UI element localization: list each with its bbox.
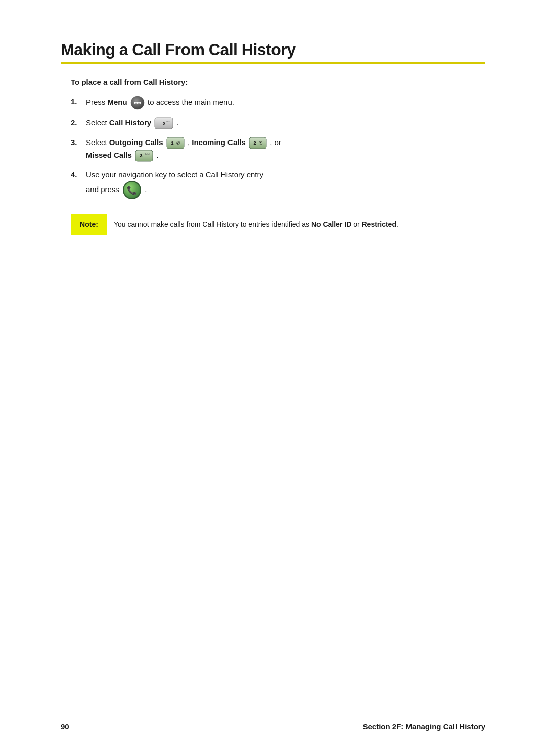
page-title: Making a Call From Call History bbox=[61, 40, 485, 59]
outgoing-calls-icon: 1 ✆ bbox=[166, 137, 185, 149]
incoming-calls-icon: 2 ✆ bbox=[249, 137, 267, 149]
step-2-callhistory-label: Call History bbox=[109, 118, 151, 127]
title-underline bbox=[61, 62, 485, 64]
step-4-text1: Use your navigation key to select a Call… bbox=[86, 170, 263, 179]
step-4-end: . bbox=[145, 185, 147, 194]
note-content: You cannot make calls from Call History … bbox=[107, 214, 405, 235]
footer-section-label: Section 2F: Managing Call History bbox=[362, 722, 485, 731]
incoming-calls-icon-svg: 2 ✆ bbox=[249, 137, 267, 149]
footer-page-number: 90 bbox=[61, 722, 69, 731]
step-1-suffix: to access the main menu. bbox=[148, 98, 234, 106]
missed-calls-icon-svg: 3 DEF bbox=[135, 150, 153, 162]
page-container: Making a Call From Call History To place… bbox=[0, 0, 546, 756]
step-4-text2: and press bbox=[86, 185, 121, 194]
step-3: 3. Select Outgoing Calls 1 bbox=[71, 136, 485, 162]
step-1: 1. Press Menu bbox=[71, 96, 485, 110]
step-2-content: Select Call History 5 abc bbox=[86, 117, 485, 129]
step-3-incoming-label: Incoming Calls bbox=[192, 138, 246, 147]
note-bold2: Restricted bbox=[361, 220, 396, 228]
step-3-separator: , bbox=[188, 138, 192, 147]
step-3-missed-label: Missed Calls bbox=[86, 151, 132, 159]
note-label: Note: bbox=[71, 214, 107, 235]
step-2-number: 2. bbox=[71, 117, 86, 128]
outgoing-calls-icon-svg: 1 ✆ bbox=[166, 137, 185, 149]
steps-list: 1. Press Menu bbox=[71, 96, 485, 200]
send-icon-svg: 📞 bbox=[122, 180, 142, 200]
note-text-plain: You cannot make calls from Call History … bbox=[114, 220, 311, 228]
svg-text:1: 1 bbox=[171, 140, 173, 146]
step-2-suffix: . bbox=[177, 118, 179, 127]
step-3-line2: Missed Calls 3 DEF bbox=[86, 151, 158, 159]
step-1-menu-label: Menu bbox=[108, 98, 127, 106]
svg-text:3: 3 bbox=[140, 153, 143, 158]
step-2: 2. Select Call History 5 abc bbox=[71, 117, 485, 129]
callhistory-icon: 5 abc bbox=[154, 117, 173, 129]
svg-rect-7 bbox=[167, 137, 184, 149]
menu-icon bbox=[130, 96, 145, 110]
svg-text:2: 2 bbox=[254, 140, 256, 146]
svg-text:5: 5 bbox=[163, 121, 165, 126]
svg-text:✆: ✆ bbox=[259, 140, 263, 146]
step-1-number: 1. bbox=[71, 96, 86, 107]
note-text-middle: or bbox=[351, 220, 361, 228]
note-text-end: . bbox=[396, 220, 398, 228]
menu-icon-svg bbox=[130, 96, 145, 110]
step-3-end: . bbox=[156, 151, 158, 159]
svg-point-1 bbox=[134, 102, 136, 104]
step-4-number: 4. bbox=[71, 169, 86, 180]
svg-text:DEF: DEF bbox=[145, 152, 151, 155]
page-footer: 90 Section 2F: Managing Call History bbox=[0, 722, 546, 731]
missed-calls-icon: 3 DEF bbox=[135, 150, 153, 162]
step-3-outgoing-label: Outgoing Calls bbox=[109, 138, 163, 147]
svg-text:abc: abc bbox=[166, 120, 171, 123]
step-4-content: Use your navigation key to select a Call… bbox=[86, 169, 485, 200]
step-3-content: Select Outgoing Calls 1 ✆ bbox=[86, 136, 485, 162]
step-3-number: 3. bbox=[71, 136, 86, 148]
step-4: 4. Use your navigation key to select a C… bbox=[71, 169, 485, 200]
svg-rect-10 bbox=[249, 137, 266, 149]
svg-point-3 bbox=[139, 102, 141, 104]
note-bold1: No Caller ID bbox=[311, 220, 351, 228]
step-1-content: Press Menu bbox=[86, 96, 485, 110]
callhistory-icon-svg: 5 abc bbox=[154, 117, 173, 129]
send-icon: 📞 bbox=[122, 180, 142, 200]
intro-text: To place a call from Call History: bbox=[71, 78, 485, 86]
svg-point-2 bbox=[136, 102, 139, 104]
note-box: Note: You cannot make calls from Call Hi… bbox=[71, 214, 485, 235]
svg-text:✆: ✆ bbox=[176, 140, 180, 146]
step-3-or: , or bbox=[270, 138, 281, 147]
svg-text:📞: 📞 bbox=[127, 185, 137, 195]
